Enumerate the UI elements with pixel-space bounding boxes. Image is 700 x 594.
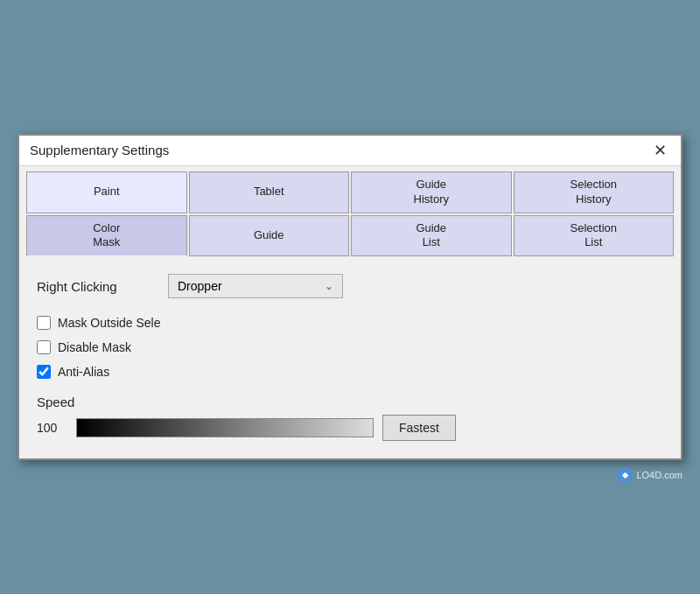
- dialog-title: Supplementary Settings: [30, 143, 169, 157]
- checkbox-row-disable-mask: Disable Mask: [37, 340, 663, 354]
- anti-alias-checkbox[interactable]: [37, 365, 51, 379]
- tab-color-mask[interactable]: ColorMask: [26, 215, 187, 257]
- tab-guide-list[interactable]: GuideList: [351, 215, 512, 257]
- tab-tablet[interactable]: Tablet: [189, 171, 350, 213]
- mask-outside-label: Mask Outside Sele: [58, 316, 161, 330]
- right-clicking-label: Right Clicking: [37, 279, 150, 294]
- lo4d-icon: ◆: [617, 467, 633, 483]
- tab-guide[interactable]: Guide: [189, 215, 350, 257]
- checkbox-row-mask-outside: Mask Outside Sele: [37, 316, 663, 330]
- speed-value: 100: [37, 421, 67, 435]
- right-clicking-dropdown[interactable]: Dropper ⌄: [168, 274, 343, 298]
- lo4d-text: LO4D.com: [636, 470, 682, 480]
- tabs-row-2: ColorMask Guide GuideList SelectionList: [19, 213, 681, 257]
- content-area: Right Clicking Dropper ⌄ Mask Outside Se…: [19, 256, 681, 458]
- speed-label: Speed: [37, 395, 663, 409]
- dropdown-value: Dropper: [178, 279, 222, 293]
- mask-outside-checkbox[interactable]: [37, 316, 51, 330]
- speed-slider[interactable]: [76, 418, 374, 437]
- fastest-button[interactable]: Fastest: [382, 415, 456, 441]
- close-button[interactable]: ✕: [650, 143, 670, 158]
- anti-alias-label: Anti-Alias: [58, 365, 109, 379]
- disable-mask-checkbox[interactable]: [37, 340, 51, 354]
- tab-selection-history[interactable]: SelectionHistory: [514, 171, 675, 213]
- speed-row: 100 Fastest: [37, 415, 663, 441]
- supplementary-settings-dialog: Supplementary Settings ✕ Paint Tablet Gu…: [18, 134, 682, 461]
- tab-guide-history[interactable]: GuideHistory: [351, 171, 512, 213]
- checkbox-row-anti-alias: Anti-Alias: [37, 365, 663, 379]
- title-bar: Supplementary Settings ✕: [19, 136, 681, 166]
- tabs-row-1: Paint Tablet GuideHistory SelectionHisto…: [19, 166, 681, 213]
- right-clicking-field: Right Clicking Dropper ⌄: [37, 274, 663, 298]
- chevron-down-icon: ⌄: [325, 280, 333, 292]
- checkboxes-section: Mask Outside Sele Disable Mask Anti-Alia…: [37, 316, 663, 379]
- tab-selection-list[interactable]: SelectionList: [514, 215, 675, 257]
- disable-mask-label: Disable Mask: [58, 340, 131, 354]
- speed-section: Speed 100 Fastest: [37, 395, 663, 441]
- tab-paint[interactable]: Paint: [26, 171, 187, 213]
- lo4d-watermark: ◆ LO4D.com: [617, 467, 682, 483]
